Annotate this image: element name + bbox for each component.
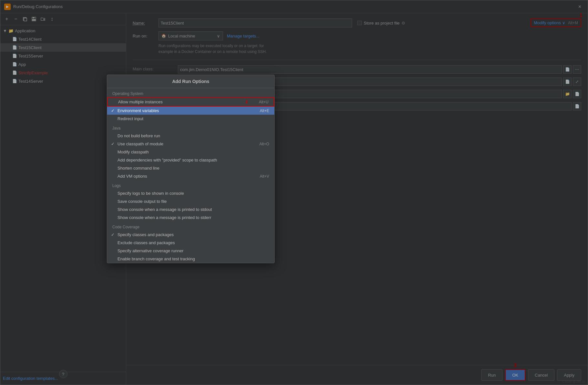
modal-item-no-build[interactable]: Do not build before run [107,132,274,140]
modal-item-allow-multiple[interactable]: Allow multiple instances 2 Alt+U [107,97,274,107]
modal-item-label-add-vm: Add VM options [117,174,147,179]
modal-item-specify-classes[interactable]: ✓ Specify classes and packages [107,231,274,239]
modal-item-label-no-build: Do not build before run [117,133,160,138]
allow-multiple-shortcut: Alt+U [259,100,269,104]
modal-section-coverage: Code Coverage [107,222,274,231]
modal-item-logs-console[interactable]: Specify logs to be shown in console [107,189,274,197]
modal-item-shorten-cmd[interactable]: Shorten command line [107,164,274,172]
modal-item-alt-runner[interactable]: Specify alternative coverage runner [107,247,274,255]
add-vm-shortcut: Alt+V [260,174,269,179]
modal-section-logs: Logs [107,180,274,189]
modal-item-show-console-stderr[interactable]: Show console when a message is printed t… [107,213,274,222]
modal-item-branch-coverage[interactable]: Enable branch coverage and test tracking [107,255,274,263]
modal-item-modify-classpath[interactable]: Modify classpath [107,148,274,156]
modal-item-classpath-module[interactable]: ✓ Use classpath of module Alt+O [107,140,274,148]
modal-item-label-shorten-cmd: Shorten command line [117,166,159,171]
modal-item-exclude-classes[interactable]: Exclude classes and packages [107,239,274,247]
modal-item-label-allow-multiple: Allow multiple instances [118,99,163,104]
modal-item-label-specify-classes: Specify classes and packages [117,232,174,237]
classpath-module-check-icon: ✓ [111,141,115,146]
env-vars-check-icon: ✓ [111,108,115,113]
modal-item-label-branch-coverage: Enable branch coverage and test tracking [117,256,195,261]
modal-title: Add Run Options [107,75,274,88]
env-vars-shortcut: Alt+E [260,109,269,113]
modal-item-label-classpath-module: Use classpath of module [117,141,163,146]
modal-overlay: Add Run Options Operating System Allow m… [0,0,588,385]
modal-item-add-dependencies[interactable]: Add dependencies with "provided" scope t… [107,156,274,164]
specify-classes-check-icon: ✓ [111,232,115,237]
modal-item-label-exclude-classes: Exclude classes and packages [117,240,175,245]
modal-item-label-env-vars: Environment variables [117,108,159,113]
classpath-module-shortcut: Alt+O [259,142,269,146]
modal-item-label-show-console-stdout: Show console when a message is printed t… [117,207,212,212]
add-run-options-modal: Add Run Options Operating System Allow m… [107,75,275,263]
modal-item-label-show-console-stderr: Show console when a message is printed t… [117,215,211,220]
modal-section-os: Operating System [107,88,274,97]
modal-item-label-add-dependencies: Add dependencies with "provided" scope t… [117,158,217,162]
modal-section-java: Java [107,123,274,132]
modal-item-show-console-stdout[interactable]: Show console when a message is printed t… [107,205,274,213]
modal-item-label-logs-console: Specify logs to be shown in console [117,191,184,196]
modal-item-save-console[interactable]: Save console output to file [107,197,274,205]
modal-item-add-vm[interactable]: Add VM options Alt+V [107,172,274,180]
annotation-2: 2 [246,99,248,104]
modal-item-label-modify-classpath: Modify classpath [117,150,149,154]
modal-item-label-redirect: Redirect input [117,116,143,121]
modal-item-redirect-input[interactable]: Redirect input [107,115,274,123]
modal-item-env-vars[interactable]: ✓ Environment variables Alt+E [107,107,274,115]
modal-item-label-save-console: Save console output to file [117,199,167,204]
modal-item-label-alt-runner: Specify alternative coverage runner [117,248,184,253]
